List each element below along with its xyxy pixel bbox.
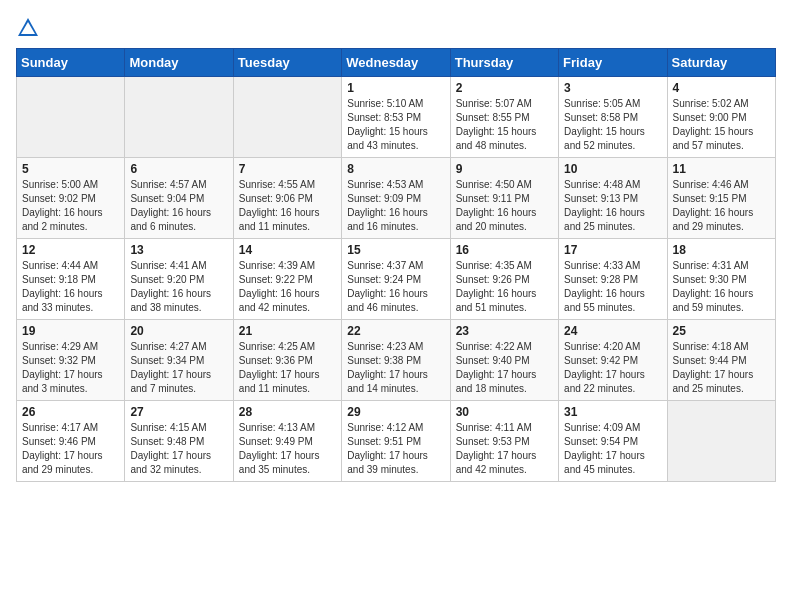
calendar-cell: 26Sunrise: 4:17 AM Sunset: 9:46 PM Dayli… — [17, 401, 125, 482]
calendar-cell: 20Sunrise: 4:27 AM Sunset: 9:34 PM Dayli… — [125, 320, 233, 401]
day-number: 13 — [130, 243, 227, 257]
day-number: 3 — [564, 81, 661, 95]
calendar-cell: 11Sunrise: 4:46 AM Sunset: 9:15 PM Dayli… — [667, 158, 775, 239]
day-info: Sunrise: 5:05 AM Sunset: 8:58 PM Dayligh… — [564, 97, 661, 153]
day-number: 12 — [22, 243, 119, 257]
calendar-cell: 5Sunrise: 5:00 AM Sunset: 9:02 PM Daylig… — [17, 158, 125, 239]
day-info: Sunrise: 4:17 AM Sunset: 9:46 PM Dayligh… — [22, 421, 119, 477]
day-info: Sunrise: 4:25 AM Sunset: 9:36 PM Dayligh… — [239, 340, 336, 396]
calendar-cell: 2Sunrise: 5:07 AM Sunset: 8:55 PM Daylig… — [450, 77, 558, 158]
calendar-cell: 22Sunrise: 4:23 AM Sunset: 9:38 PM Dayli… — [342, 320, 450, 401]
calendar-cell: 27Sunrise: 4:15 AM Sunset: 9:48 PM Dayli… — [125, 401, 233, 482]
weekday-header-friday: Friday — [559, 49, 667, 77]
calendar-cell — [125, 77, 233, 158]
calendar-cell: 14Sunrise: 4:39 AM Sunset: 9:22 PM Dayli… — [233, 239, 341, 320]
day-info: Sunrise: 4:50 AM Sunset: 9:11 PM Dayligh… — [456, 178, 553, 234]
day-info: Sunrise: 4:31 AM Sunset: 9:30 PM Dayligh… — [673, 259, 770, 315]
day-number: 29 — [347, 405, 444, 419]
day-number: 15 — [347, 243, 444, 257]
calendar-cell: 25Sunrise: 4:18 AM Sunset: 9:44 PM Dayli… — [667, 320, 775, 401]
calendar-cell — [17, 77, 125, 158]
calendar-cell: 8Sunrise: 4:53 AM Sunset: 9:09 PM Daylig… — [342, 158, 450, 239]
calendar-cell: 30Sunrise: 4:11 AM Sunset: 9:53 PM Dayli… — [450, 401, 558, 482]
day-info: Sunrise: 4:15 AM Sunset: 9:48 PM Dayligh… — [130, 421, 227, 477]
week-row-1: 1Sunrise: 5:10 AM Sunset: 8:53 PM Daylig… — [17, 77, 776, 158]
weekday-header-monday: Monday — [125, 49, 233, 77]
weekday-header-tuesday: Tuesday — [233, 49, 341, 77]
day-info: Sunrise: 5:02 AM Sunset: 9:00 PM Dayligh… — [673, 97, 770, 153]
calendar-cell: 7Sunrise: 4:55 AM Sunset: 9:06 PM Daylig… — [233, 158, 341, 239]
day-number: 28 — [239, 405, 336, 419]
day-number: 20 — [130, 324, 227, 338]
calendar-body: 1Sunrise: 5:10 AM Sunset: 8:53 PM Daylig… — [17, 77, 776, 482]
day-info: Sunrise: 4:48 AM Sunset: 9:13 PM Dayligh… — [564, 178, 661, 234]
calendar-cell — [667, 401, 775, 482]
day-info: Sunrise: 4:37 AM Sunset: 9:24 PM Dayligh… — [347, 259, 444, 315]
day-info: Sunrise: 4:13 AM Sunset: 9:49 PM Dayligh… — [239, 421, 336, 477]
day-number: 6 — [130, 162, 227, 176]
day-info: Sunrise: 4:20 AM Sunset: 9:42 PM Dayligh… — [564, 340, 661, 396]
day-info: Sunrise: 4:55 AM Sunset: 9:06 PM Dayligh… — [239, 178, 336, 234]
day-info: Sunrise: 4:39 AM Sunset: 9:22 PM Dayligh… — [239, 259, 336, 315]
day-number: 17 — [564, 243, 661, 257]
calendar-cell: 29Sunrise: 4:12 AM Sunset: 9:51 PM Dayli… — [342, 401, 450, 482]
calendar-cell: 24Sunrise: 4:20 AM Sunset: 9:42 PM Dayli… — [559, 320, 667, 401]
day-info: Sunrise: 4:29 AM Sunset: 9:32 PM Dayligh… — [22, 340, 119, 396]
day-number: 7 — [239, 162, 336, 176]
weekday-header-wednesday: Wednesday — [342, 49, 450, 77]
calendar-cell: 10Sunrise: 4:48 AM Sunset: 9:13 PM Dayli… — [559, 158, 667, 239]
week-row-5: 26Sunrise: 4:17 AM Sunset: 9:46 PM Dayli… — [17, 401, 776, 482]
day-number: 10 — [564, 162, 661, 176]
day-number: 24 — [564, 324, 661, 338]
day-info: Sunrise: 5:00 AM Sunset: 9:02 PM Dayligh… — [22, 178, 119, 234]
day-info: Sunrise: 4:18 AM Sunset: 9:44 PM Dayligh… — [673, 340, 770, 396]
day-info: Sunrise: 4:57 AM Sunset: 9:04 PM Dayligh… — [130, 178, 227, 234]
calendar: SundayMondayTuesdayWednesdayThursdayFrid… — [16, 48, 776, 482]
weekday-header-thursday: Thursday — [450, 49, 558, 77]
day-number: 4 — [673, 81, 770, 95]
day-info: Sunrise: 4:09 AM Sunset: 9:54 PM Dayligh… — [564, 421, 661, 477]
day-info: Sunrise: 4:35 AM Sunset: 9:26 PM Dayligh… — [456, 259, 553, 315]
calendar-cell: 1Sunrise: 5:10 AM Sunset: 8:53 PM Daylig… — [342, 77, 450, 158]
calendar-cell: 19Sunrise: 4:29 AM Sunset: 9:32 PM Dayli… — [17, 320, 125, 401]
day-info: Sunrise: 4:11 AM Sunset: 9:53 PM Dayligh… — [456, 421, 553, 477]
day-number: 19 — [22, 324, 119, 338]
calendar-cell: 31Sunrise: 4:09 AM Sunset: 9:54 PM Dayli… — [559, 401, 667, 482]
calendar-cell: 16Sunrise: 4:35 AM Sunset: 9:26 PM Dayli… — [450, 239, 558, 320]
day-number: 18 — [673, 243, 770, 257]
day-number: 11 — [673, 162, 770, 176]
week-row-4: 19Sunrise: 4:29 AM Sunset: 9:32 PM Dayli… — [17, 320, 776, 401]
day-number: 31 — [564, 405, 661, 419]
calendar-cell: 28Sunrise: 4:13 AM Sunset: 9:49 PM Dayli… — [233, 401, 341, 482]
calendar-cell: 15Sunrise: 4:37 AM Sunset: 9:24 PM Dayli… — [342, 239, 450, 320]
week-row-2: 5Sunrise: 5:00 AM Sunset: 9:02 PM Daylig… — [17, 158, 776, 239]
calendar-cell: 17Sunrise: 4:33 AM Sunset: 9:28 PM Dayli… — [559, 239, 667, 320]
day-number: 8 — [347, 162, 444, 176]
calendar-cell: 3Sunrise: 5:05 AM Sunset: 8:58 PM Daylig… — [559, 77, 667, 158]
week-row-3: 12Sunrise: 4:44 AM Sunset: 9:18 PM Dayli… — [17, 239, 776, 320]
calendar-cell: 13Sunrise: 4:41 AM Sunset: 9:20 PM Dayli… — [125, 239, 233, 320]
calendar-cell: 23Sunrise: 4:22 AM Sunset: 9:40 PM Dayli… — [450, 320, 558, 401]
calendar-cell: 4Sunrise: 5:02 AM Sunset: 9:00 PM Daylig… — [667, 77, 775, 158]
day-info: Sunrise: 4:12 AM Sunset: 9:51 PM Dayligh… — [347, 421, 444, 477]
day-number: 23 — [456, 324, 553, 338]
day-info: Sunrise: 4:44 AM Sunset: 9:18 PM Dayligh… — [22, 259, 119, 315]
calendar-cell: 21Sunrise: 4:25 AM Sunset: 9:36 PM Dayli… — [233, 320, 341, 401]
weekday-header-row: SundayMondayTuesdayWednesdayThursdayFrid… — [17, 49, 776, 77]
weekday-header-saturday: Saturday — [667, 49, 775, 77]
day-number: 16 — [456, 243, 553, 257]
day-info: Sunrise: 4:22 AM Sunset: 9:40 PM Dayligh… — [456, 340, 553, 396]
calendar-cell: 6Sunrise: 4:57 AM Sunset: 9:04 PM Daylig… — [125, 158, 233, 239]
day-number: 27 — [130, 405, 227, 419]
calendar-cell: 9Sunrise: 4:50 AM Sunset: 9:11 PM Daylig… — [450, 158, 558, 239]
day-number: 26 — [22, 405, 119, 419]
day-info: Sunrise: 5:07 AM Sunset: 8:55 PM Dayligh… — [456, 97, 553, 153]
day-number: 5 — [22, 162, 119, 176]
day-info: Sunrise: 4:46 AM Sunset: 9:15 PM Dayligh… — [673, 178, 770, 234]
day-number: 2 — [456, 81, 553, 95]
day-number: 14 — [239, 243, 336, 257]
day-info: Sunrise: 4:23 AM Sunset: 9:38 PM Dayligh… — [347, 340, 444, 396]
logo-icon — [16, 16, 40, 40]
page-header — [16, 16, 776, 40]
logo — [16, 16, 44, 40]
